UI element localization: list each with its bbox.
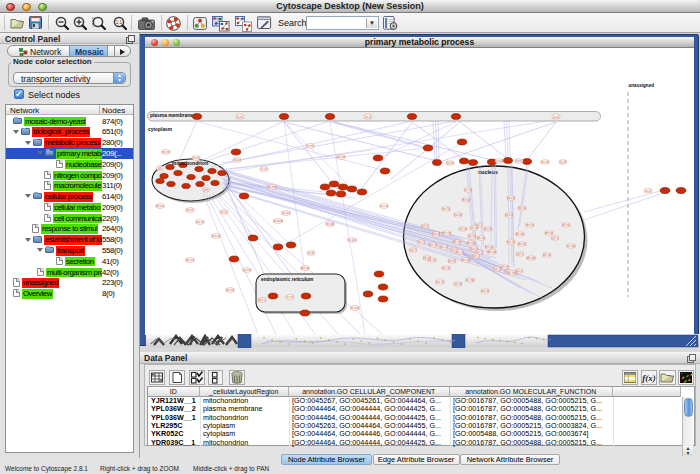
svg-text:[nuo-d]: [nuo-d] [481,289,489,293]
svg-text:[mrn-p]: [mrn-p] [485,245,493,249]
svg-text:[nuc-lu]: [nuc-lu] [436,280,445,284]
svg-text:[chr-m]: [chr-m] [454,282,462,286]
svg-text:[mi-en]: [mi-en] [162,150,170,154]
svg-text:[mrn-p]: [mrn-p] [462,198,470,202]
svg-text:[rib-nu]: [rib-nu] [562,223,570,227]
svg-text:[ce-wal]: [ce-wal] [351,306,360,310]
svg-text:[chr-m]: [chr-m] [501,265,509,269]
svg-text:[pl-m]: [pl-m] [516,159,523,163]
svg-text:[dn-rep]: [dn-rep] [467,241,476,245]
svg-text:[rib-nu]: [rib-nu] [543,253,551,257]
svg-text:[ce-sur]: [ce-sur] [541,160,550,164]
svg-text:[cy-ves]: [cy-ves] [282,211,291,215]
svg-text:[nuo-d]: [nuo-d] [507,196,515,200]
svg-text:[ce wal]: [ce wal] [495,159,504,163]
svg-text:unassigned: unassigned [629,83,655,88]
svg-text:[cy-m]: [cy-m] [446,161,453,165]
svg-text:[mrn-p]: [mrn-p] [545,231,553,235]
svg-text:[nuo-d]: [nuo-d] [484,227,492,231]
svg-text:[pm]: [pm] [203,188,208,192]
svg-text:[mi-cro]: [mi-cro] [186,258,195,262]
svg-text:[sn-rnp]: [sn-rnp] [567,244,576,248]
svg-text:[un-b]: [un-b] [365,115,372,119]
svg-text:[spl-c]: [spl-c] [473,254,480,258]
svg-text:[chr-m]: [chr-m] [464,188,472,192]
svg-text:[rib-nu]: [rib-nu] [453,240,461,244]
svg-text:[un-k]: [un-k] [645,189,652,193]
svg-text:[mrn-p]: [mrn-p] [518,242,526,246]
svg-text:[sn-rnp]: [sn-rnp] [462,258,471,262]
svg-text:[nuo-d]: [nuo-d] [454,213,462,217]
svg-text:[pro-c]: [pro-c] [258,298,266,302]
svg-text:[nuo-d]: [nuo-d] [432,232,440,236]
svg-text:[spl-c]: [spl-c] [517,252,524,256]
svg-text:[chr-m]: [chr-m] [459,227,467,231]
svg-text:[yk]: [yk] [158,166,162,170]
svg-text:[ves-co]: [ves-co] [211,234,220,238]
svg-text:[spl-c]: [spl-c] [410,248,417,252]
svg-text:[nuc-lu]: [nuc-lu] [456,250,465,254]
svg-text:endoplasmic reticulum: endoplasmic reticulum [261,277,313,282]
svg-text:[dn-rep]: [dn-rep] [516,232,525,236]
svg-text:[in-mem]: [in-mem] [273,219,283,223]
svg-text:[or-lu]: [or-lu] [221,210,228,214]
svg-text:cytoplasm: cytoplasm [148,127,173,132]
svg-text:[nuc-lu]: [nuc-lu] [442,207,451,211]
svg-text:[spl-c]: [spl-c] [418,240,425,244]
svg-text:[lo-m]: [lo-m] [237,115,244,119]
svg-text:[mi-b]: [mi-b] [308,251,315,255]
svg-text:[rib-nu]: [rib-nu] [428,258,436,262]
svg-text:plasma membrane: plasma membrane [150,113,193,118]
svg-text:[spl-c]: [spl-c] [552,236,559,240]
svg-text:[spl-c]: [spl-c] [476,250,483,254]
svg-text:[dn-rep]: [dn-rep] [488,250,497,254]
svg-text:[gol-ap]: [gol-ap] [301,266,310,270]
svg-text:[mi-ou]: [mi-ou] [156,204,164,208]
svg-text:[spl-c]: [spl-c] [422,224,429,228]
svg-text:[nuc-lu]: [nuc-lu] [429,243,438,247]
svg-text:[spl-c]: [spl-c] [516,269,523,273]
svg-text:[cy-mu]: [cy-mu] [243,268,252,272]
svg-text:[cy-d]: [cy-d] [560,160,567,164]
svg-text:[mi-in]: [mi-in] [186,208,193,212]
svg-text:[sp-par]: [sp-par] [348,238,357,242]
svg-text:[en-gol]: [en-gol] [326,222,335,226]
svg-text:nucleus: nucleus [478,169,498,175]
svg-text:[mi-me]: [mi-me] [268,185,277,189]
svg-text:1:1: 1:1 [115,20,122,25]
svg-text:[ld-pa]: [ld-pa] [233,158,240,162]
svg-text:mitochondrion: mitochondrion [172,160,208,166]
svg-text:[chr-m]: [chr-m] [470,226,478,230]
svg-text:[sn-rnp]: [sn-rnp] [508,271,517,275]
svg-text:[nuc-lu]: [nuc-lu] [507,240,516,244]
svg-text:[rib-nu]: [rib-nu] [518,206,526,210]
svg-text:[spl-c]: [spl-c] [494,267,501,271]
svg-text:[dn-rep]: [dn-rep] [527,256,536,260]
svg-text:[nuo-d]: [nuo-d] [448,259,456,263]
svg-text:[er-m]: [er-m] [287,295,294,299]
svg-text:[nuc-lu]: [nuc-lu] [440,245,449,249]
svg-text:[nuc-lu]: [nuc-lu] [442,266,451,270]
svg-text:[rib-nu]: [rib-nu] [477,236,485,240]
svg-text:[rib-nu]: [rib-nu] [468,234,476,238]
svg-text:[ri-su]: [ri-su] [261,167,268,171]
svg-text:[ex-re]: [ex-re] [306,144,314,148]
svg-text:[ves-m]: [ves-m] [337,155,346,159]
svg-text:[vac-m]: [vac-m] [196,220,205,224]
svg-text:[sn-rnp]: [sn-rnp] [443,231,452,235]
svg-text:[ce-co]: [ce-co] [380,204,388,208]
svg-text:f(x): f(x) [642,373,656,383]
svg-text:[mrn-p]: [mrn-p] [526,223,534,227]
svg-text:[sn-rnp]: [sn-rnp] [466,278,475,282]
svg-text:[pe-ox]: [pe-ox] [226,288,234,292]
svg-text:[nuo-d]: [nuo-d] [505,213,513,217]
svg-text:[cy-d]: [cy-d] [553,115,560,119]
